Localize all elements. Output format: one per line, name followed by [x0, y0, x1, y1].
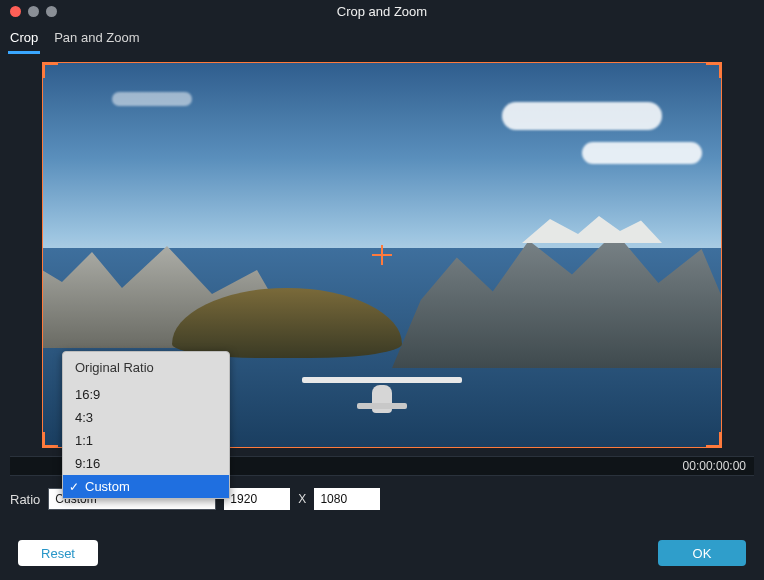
timecode: 00:00:00:00 — [683, 459, 746, 473]
width-input[interactable] — [224, 488, 290, 510]
preview-image — [302, 373, 462, 423]
footer: Reset OK — [0, 540, 764, 566]
close-window-button[interactable] — [10, 6, 21, 17]
height-input[interactable] — [314, 488, 380, 510]
tab-crop[interactable]: Crop — [8, 28, 40, 54]
maximize-window-button[interactable] — [46, 6, 57, 17]
ok-button[interactable]: OK — [658, 540, 746, 566]
checkmark-icon: ✓ — [69, 480, 79, 494]
controls-row: Ratio Custom Original Ratio 16:9 4:3 1:1… — [10, 488, 754, 510]
tabs: Crop Pan and Zoom — [0, 22, 764, 54]
ratio-dropdown-header[interactable]: Original Ratio — [63, 352, 229, 383]
traffic-lights — [0, 6, 57, 17]
reset-button[interactable]: Reset — [18, 540, 98, 566]
titlebar: Crop and Zoom — [0, 0, 764, 22]
ratio-option-16-9[interactable]: 16:9 — [63, 383, 229, 406]
ratio-label: Ratio — [10, 492, 40, 507]
preview-image — [582, 142, 702, 164]
ratio-option-custom-label: Custom — [85, 479, 130, 494]
window-title: Crop and Zoom — [0, 4, 764, 19]
ratio-option-9-16[interactable]: 9:16 — [63, 452, 229, 475]
preview-image — [112, 92, 192, 106]
dimension-separator: X — [298, 492, 306, 506]
minimize-window-button[interactable] — [28, 6, 39, 17]
ratio-option-custom[interactable]: ✓ Custom — [63, 475, 229, 498]
ratio-option-4-3[interactable]: 4:3 — [63, 406, 229, 429]
ratio-option-1-1[interactable]: 1:1 — [63, 429, 229, 452]
preview-image — [502, 102, 662, 130]
tab-pan-and-zoom[interactable]: Pan and Zoom — [52, 28, 141, 54]
ratio-dropdown: Original Ratio 16:9 4:3 1:1 9:16 ✓ Custo… — [62, 351, 230, 499]
